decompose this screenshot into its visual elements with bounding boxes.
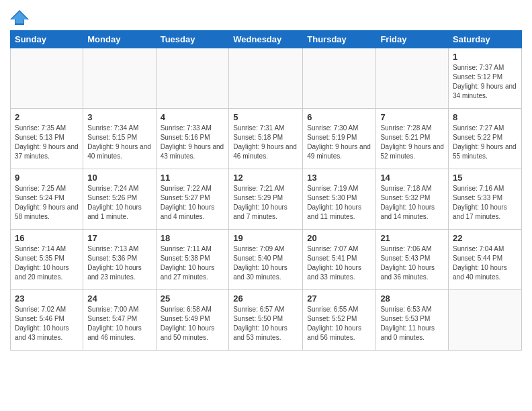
calendar-cell: 13Sunrise: 7:19 AM Sunset: 5:30 PM Dayli…	[303, 169, 376, 230]
day-detail: Sunrise: 6:57 AM Sunset: 5:50 PM Dayligh…	[233, 305, 298, 342]
page-container: SundayMondayTuesdayWednesdayThursdayFrid…	[0, 0, 532, 357]
col-header-sunday: Sunday	[11, 31, 83, 48]
calendar-cell: 15Sunrise: 7:16 AM Sunset: 5:33 PM Dayli…	[449, 169, 522, 230]
calendar-cell: 4Sunrise: 7:33 AM Sunset: 5:16 PM Daylig…	[156, 109, 229, 169]
day-number: 6	[307, 112, 371, 122]
day-detail: Sunrise: 7:28 AM Sunset: 5:21 PM Dayligh…	[380, 124, 444, 161]
day-number: 20	[307, 233, 371, 243]
col-header-friday: Friday	[376, 31, 449, 48]
logo-icon	[10, 10, 29, 25]
calendar-cell: 24Sunrise: 7:00 AM Sunset: 5:47 PM Dayli…	[83, 290, 156, 351]
day-detail: Sunrise: 7:07 AM Sunset: 5:41 PM Dayligh…	[307, 244, 371, 282]
day-detail: Sunrise: 7:11 AM Sunset: 5:38 PM Dayligh…	[161, 244, 225, 282]
calendar-cell	[83, 48, 156, 109]
day-detail: Sunrise: 7:02 AM Sunset: 5:46 PM Dayligh…	[15, 305, 79, 342]
day-detail: Sunrise: 7:27 AM Sunset: 5:22 PM Dayligh…	[453, 124, 517, 161]
day-number: 24	[87, 293, 151, 304]
col-header-monday: Monday	[83, 31, 156, 48]
day-detail: Sunrise: 6:58 AM Sunset: 5:49 PM Dayligh…	[161, 305, 225, 342]
calendar-cell: 8Sunrise: 7:27 AM Sunset: 5:22 PM Daylig…	[449, 109, 522, 169]
day-detail: Sunrise: 7:16 AM Sunset: 5:33 PM Dayligh…	[453, 184, 517, 222]
calendar-cell: 20Sunrise: 7:07 AM Sunset: 5:41 PM Dayli…	[303, 230, 376, 290]
calendar-cell: 25Sunrise: 6:58 AM Sunset: 5:49 PM Dayli…	[156, 290, 229, 351]
calendar-cell	[449, 290, 522, 351]
calendar-table: SundayMondayTuesdayWednesdayThursdayFrid…	[10, 30, 522, 351]
day-number: 11	[161, 173, 225, 183]
day-detail: Sunrise: 7:00 AM Sunset: 5:47 PM Dayligh…	[87, 305, 151, 342]
day-number: 7	[380, 112, 444, 122]
calendar-cell: 14Sunrise: 7:18 AM Sunset: 5:32 PM Dayli…	[376, 169, 449, 230]
col-header-saturday: Saturday	[449, 31, 522, 48]
calendar-cell: 7Sunrise: 7:28 AM Sunset: 5:21 PM Daylig…	[376, 109, 449, 169]
day-number: 2	[15, 112, 79, 122]
day-number: 26	[233, 293, 298, 304]
page-header	[10, 7, 522, 25]
day-number: 1	[453, 52, 517, 62]
day-number: 12	[233, 173, 298, 183]
calendar-week-5: 23Sunrise: 7:02 AM Sunset: 5:46 PM Dayli…	[11, 290, 522, 351]
calendar-cell: 10Sunrise: 7:24 AM Sunset: 5:26 PM Dayli…	[83, 169, 156, 230]
day-detail: Sunrise: 7:14 AM Sunset: 5:35 PM Dayligh…	[15, 244, 79, 282]
calendar-week-1: 1Sunrise: 7:37 AM Sunset: 5:12 PM Daylig…	[11, 48, 522, 109]
day-detail: Sunrise: 7:13 AM Sunset: 5:36 PM Dayligh…	[87, 244, 151, 282]
calendar-cell: 9Sunrise: 7:25 AM Sunset: 5:24 PM Daylig…	[11, 169, 83, 230]
calendar-week-4: 16Sunrise: 7:14 AM Sunset: 5:35 PM Dayli…	[11, 230, 522, 290]
day-number: 22	[453, 233, 517, 243]
calendar-cell: 11Sunrise: 7:22 AM Sunset: 5:27 PM Dayli…	[156, 169, 229, 230]
calendar-cell: 23Sunrise: 7:02 AM Sunset: 5:46 PM Dayli…	[11, 290, 83, 351]
day-detail: Sunrise: 7:25 AM Sunset: 5:24 PM Dayligh…	[15, 184, 79, 222]
calendar-cell: 1Sunrise: 7:37 AM Sunset: 5:12 PM Daylig…	[449, 48, 522, 109]
calendar-cell: 21Sunrise: 7:06 AM Sunset: 5:43 PM Dayli…	[376, 230, 449, 290]
day-number: 28	[380, 293, 444, 304]
day-number: 13	[307, 173, 371, 183]
col-header-tuesday: Tuesday	[156, 31, 229, 48]
day-detail: Sunrise: 7:31 AM Sunset: 5:18 PM Dayligh…	[233, 124, 298, 161]
day-detail: Sunrise: 7:33 AM Sunset: 5:16 PM Dayligh…	[161, 124, 225, 161]
calendar-cell	[156, 48, 229, 109]
day-number: 3	[87, 112, 151, 122]
day-number: 23	[15, 293, 79, 304]
calendar-cell: 5Sunrise: 7:31 AM Sunset: 5:18 PM Daylig…	[229, 109, 303, 169]
calendar-cell: 16Sunrise: 7:14 AM Sunset: 5:35 PM Dayli…	[11, 230, 83, 290]
day-detail: Sunrise: 6:55 AM Sunset: 5:52 PM Dayligh…	[307, 305, 371, 342]
calendar-week-2: 2Sunrise: 7:35 AM Sunset: 5:13 PM Daylig…	[11, 109, 522, 169]
col-header-wednesday: Wednesday	[229, 31, 303, 48]
calendar-cell: 28Sunrise: 6:53 AM Sunset: 5:53 PM Dayli…	[376, 290, 449, 351]
day-detail: Sunrise: 6:53 AM Sunset: 5:53 PM Dayligh…	[380, 305, 444, 342]
day-number: 18	[161, 233, 225, 243]
day-number: 19	[233, 233, 298, 243]
calendar-cell: 3Sunrise: 7:34 AM Sunset: 5:15 PM Daylig…	[83, 109, 156, 169]
day-number: 9	[15, 173, 79, 183]
calendar-header-row: SundayMondayTuesdayWednesdayThursdayFrid…	[11, 31, 522, 48]
calendar-cell: 17Sunrise: 7:13 AM Sunset: 5:36 PM Dayli…	[83, 230, 156, 290]
day-number: 14	[380, 173, 444, 183]
calendar-cell: 19Sunrise: 7:09 AM Sunset: 5:40 PM Dayli…	[229, 230, 303, 290]
col-header-thursday: Thursday	[303, 31, 376, 48]
day-detail: Sunrise: 7:06 AM Sunset: 5:43 PM Dayligh…	[380, 244, 444, 282]
day-number: 21	[380, 233, 444, 243]
calendar-cell: 26Sunrise: 6:57 AM Sunset: 5:50 PM Dayli…	[229, 290, 303, 351]
calendar-cell	[376, 48, 449, 109]
day-detail: Sunrise: 7:34 AM Sunset: 5:15 PM Dayligh…	[87, 124, 151, 161]
day-number: 15	[453, 173, 517, 183]
day-detail: Sunrise: 7:37 AM Sunset: 5:12 PM Dayligh…	[453, 63, 517, 101]
day-number: 4	[161, 112, 225, 122]
day-number: 16	[15, 233, 79, 243]
calendar-cell: 18Sunrise: 7:11 AM Sunset: 5:38 PM Dayli…	[156, 230, 229, 290]
day-detail: Sunrise: 7:04 AM Sunset: 5:44 PM Dayligh…	[453, 244, 517, 282]
day-detail: Sunrise: 7:09 AM Sunset: 5:40 PM Dayligh…	[233, 244, 298, 282]
day-detail: Sunrise: 7:35 AM Sunset: 5:13 PM Dayligh…	[15, 124, 79, 161]
calendar-cell	[11, 48, 83, 109]
day-number: 27	[307, 293, 371, 304]
day-detail: Sunrise: 7:18 AM Sunset: 5:32 PM Dayligh…	[380, 184, 444, 222]
day-number: 10	[87, 173, 151, 183]
calendar-cell	[303, 48, 376, 109]
day-number: 17	[87, 233, 151, 243]
day-number: 25	[161, 293, 225, 304]
calendar-cell: 22Sunrise: 7:04 AM Sunset: 5:44 PM Dayli…	[449, 230, 522, 290]
day-number: 8	[453, 112, 517, 122]
day-detail: Sunrise: 7:22 AM Sunset: 5:27 PM Dayligh…	[161, 184, 225, 222]
day-detail: Sunrise: 7:19 AM Sunset: 5:30 PM Dayligh…	[307, 184, 371, 222]
calendar-cell	[229, 48, 303, 109]
calendar-cell: 27Sunrise: 6:55 AM Sunset: 5:52 PM Dayli…	[303, 290, 376, 351]
